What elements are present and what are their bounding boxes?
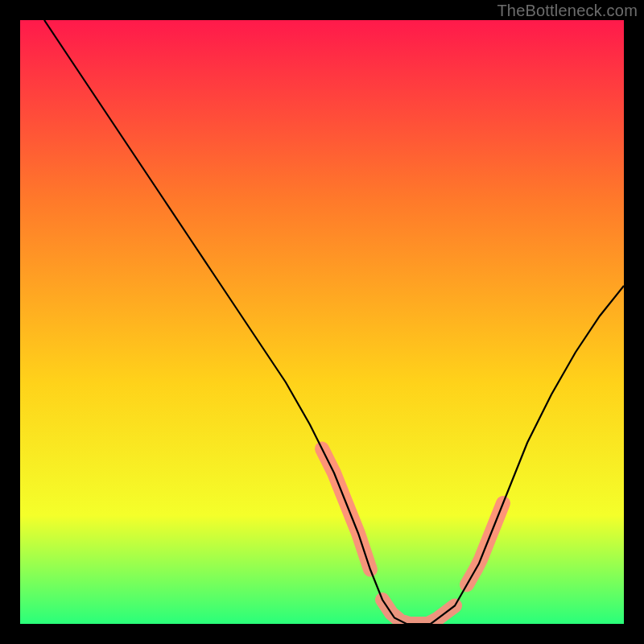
- bottleneck-plot: [20, 20, 624, 624]
- chart-frame: [20, 20, 624, 624]
- watermark-text: TheBottleneck.com: [497, 2, 638, 20]
- gradient-background: [20, 20, 624, 624]
